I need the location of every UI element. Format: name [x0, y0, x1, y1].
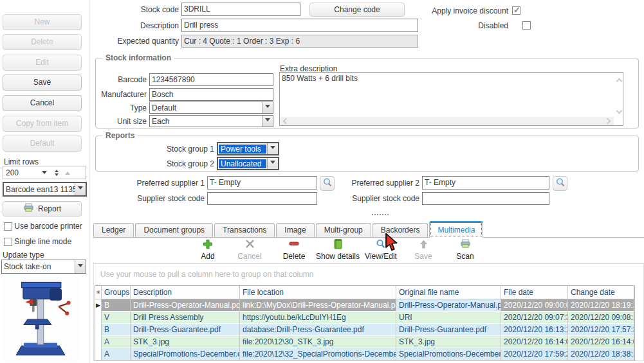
cell-original[interactable]: Drill-Press-Operator-Manual.pdf [396, 299, 501, 312]
unit-size-label: Unit size [82, 117, 147, 126]
cell-description[interactable]: Drill Press Assembly [131, 312, 240, 324]
cell-original[interactable]: Drill-Press-Guarantee.pdf [396, 324, 501, 336]
cell-description[interactable]: Drill-Press-Guarantee.pdf [131, 324, 240, 336]
cell-file_date[interactable]: 2020/12/20 16:14:0 [501, 336, 568, 348]
cell-original[interactable]: URI [396, 312, 501, 324]
disabled-checkbox[interactable] [522, 21, 531, 30]
unit-size-select[interactable]: Each [149, 115, 273, 127]
cell-location[interactable]: link:D:\MyDox\Drill-Press-Operator-Manua… [240, 299, 396, 312]
column-header-groups[interactable]: Groups [102, 286, 131, 299]
column-header-original-file-name[interactable]: Original file name [396, 286, 501, 299]
tab-multimedia[interactable]: Multimedia [429, 221, 483, 238]
spin-up-icon[interactable] [55, 168, 59, 172]
cell-file_date[interactable]: 2020/12/20 09:07:3 [501, 312, 568, 324]
sidebar-button-save[interactable]: Save [3, 75, 82, 91]
stock-group-1-select[interactable]: Power tools [217, 142, 279, 155]
tab-document-groups[interactable]: Document groups [135, 223, 213, 237]
description-input[interactable]: Drill press [181, 19, 418, 32]
preferred-supplier-1-input[interactable]: T- Empty [207, 176, 317, 190]
cell-groups[interactable]: B [102, 299, 131, 312]
column-header-file-date[interactable]: File date [501, 286, 568, 299]
cell-change_date[interactable]: 2020/12/20 16:14:04 [568, 336, 634, 348]
table-row[interactable]: ASpecialPromotions-December.odtfile:2020… [95, 348, 634, 360]
scroll-up-icon[interactable] [617, 76, 621, 85]
tab-ledger[interactable]: Ledger [93, 223, 134, 237]
column-header-file-location[interactable]: File location [240, 286, 396, 299]
preferred-supplier-2-input[interactable]: T- Empty [422, 176, 549, 190]
cell-groups[interactable]: B [102, 324, 131, 336]
sidebar-button-cancel[interactable]: Cancel [3, 95, 82, 111]
table-row[interactable]: BDrill-Press-Guarantee.pdfdatabase:Drill… [95, 324, 634, 336]
chevron-down-icon[interactable] [267, 143, 278, 154]
spin-down-icon[interactable] [55, 173, 59, 178]
limit-rows-spin-buttons[interactable] [55, 168, 59, 178]
manufacturer-input[interactable]: Bosch [149, 88, 273, 101]
chevron-down-icon[interactable] [75, 183, 86, 195]
change-code-button[interactable]: Change code [309, 3, 405, 17]
toolbar-show-details-button[interactable]: Show details [313, 239, 363, 261]
cell-description[interactable]: Drill-Press-Operator-Manual.pdf [131, 299, 240, 312]
barcode-type-select[interactable]: Barcode ean13 1135 [3, 182, 87, 197]
chevron-down-icon[interactable] [262, 102, 273, 113]
limit-rows-dropdown-icon[interactable] [42, 171, 47, 177]
cell-file_date[interactable]: 2020/12/20 09:00:0 [501, 299, 568, 312]
limit-rows-spinner[interactable]: 200 [3, 166, 86, 179]
column-header-indicator[interactable]: ✳ [95, 286, 102, 299]
cell-groups[interactable]: A [102, 348, 131, 360]
cell-change_date[interactable]: 2020/12/20 17:57:36 [568, 324, 634, 336]
cell-file_date[interactable]: 2020/12/20 16:13:1 [501, 324, 568, 336]
disabled-label: Disabled [412, 21, 508, 30]
tab-multi-group[interactable]: Multi-group [316, 223, 371, 237]
column-header-description[interactable]: Description [131, 286, 240, 299]
barcode-input[interactable]: 1234567890 [149, 73, 273, 86]
cell-original[interactable]: SpecialPromotions-December.odt [396, 348, 501, 360]
extra-description-textarea[interactable]: 850 Watts + 6 drill bits [279, 72, 623, 126]
tab-transactions[interactable]: Transactions [214, 223, 275, 237]
tab-image[interactable]: Image [276, 223, 314, 237]
scroll-left-icon[interactable] [283, 118, 290, 125]
type-select[interactable]: Default [149, 102, 273, 114]
sidebar-divider [89, 0, 89, 363]
table-row[interactable]: ASTK_3.jpgfile:2020\12\30_STK_3.jpgSTK_3… [95, 336, 634, 348]
supplier-stock-code-1-input[interactable] [207, 192, 317, 205]
stock-code-input[interactable]: 3DRILL [181, 3, 300, 16]
description-label: Description [95, 21, 179, 30]
cell-location[interactable]: https://youtu.be/kLcDuIYH1Eg [240, 312, 396, 324]
cell-groups[interactable]: V [102, 312, 131, 324]
cell-original[interactable]: STK_3.jpg [396, 336, 501, 348]
scan-printer-icon [452, 239, 478, 251]
table-row[interactable]: VDrill Press Assemblyhttps://youtu.be/kL… [95, 312, 634, 324]
tab-backorders[interactable]: Backorders [373, 223, 428, 237]
chevron-down-icon[interactable] [262, 116, 273, 127]
cell-change_date[interactable]: 2020/12/20 18:38:12 [568, 348, 634, 360]
use-barcode-printer-checkbox[interactable] [4, 222, 12, 231]
cell-location[interactable]: database:Drill-Press-Guarantee.pdf [240, 324, 396, 336]
report-button[interactable]: Report [3, 201, 82, 217]
toolbar-add-button[interactable]: Add [195, 239, 221, 261]
column-header-change-date[interactable]: Change date [568, 286, 634, 299]
supplier-stock-code-2-input[interactable] [422, 192, 549, 205]
update-type-select[interactable]: Stock take-on [1, 260, 86, 274]
cell-location[interactable]: file:2020\12\30_STK_3.jpg [240, 336, 396, 348]
cell-description[interactable]: STK_3.jpg [131, 336, 240, 348]
cell-change_date[interactable]: 2020/12/20 09:08:10 [568, 312, 634, 324]
type-value: Default [150, 103, 262, 112]
cell-groups[interactable]: A [102, 336, 131, 348]
apply-invoice-discount-checkbox[interactable] [512, 6, 520, 15]
horizontal-scrollbar[interactable] [280, 117, 614, 125]
toolbar-scan-button[interactable]: Scan [452, 239, 478, 261]
toolbar-delete-button[interactable]: Delete [279, 239, 309, 261]
expected-quantity-label: Expected quantity [95, 37, 179, 46]
chevron-down-icon[interactable] [267, 158, 278, 169]
stock-group-2-select[interactable]: Unallocated [217, 157, 279, 170]
cell-description[interactable]: SpecialPromotions-December.odt [131, 348, 240, 360]
single-line-mode-checkbox[interactable] [4, 238, 12, 246]
scroll-right-icon[interactable] [605, 118, 611, 125]
scroll-down-icon[interactable] [617, 106, 621, 115]
cell-file_date[interactable]: 2020/12/20 17:59:2 [501, 348, 568, 360]
cell-location[interactable]: file:2020\12\32_SpecialPromotions-Decemb… [240, 348, 396, 360]
table-row[interactable]: ▶BDrill-Press-Operator-Manual.pdflink:D:… [95, 299, 634, 312]
cell-change_date[interactable]: 2020/12/20 18:19:22 [568, 299, 634, 312]
chevron-down-icon[interactable] [75, 260, 86, 273]
supplier-2-search-button[interactable] [553, 176, 567, 191]
